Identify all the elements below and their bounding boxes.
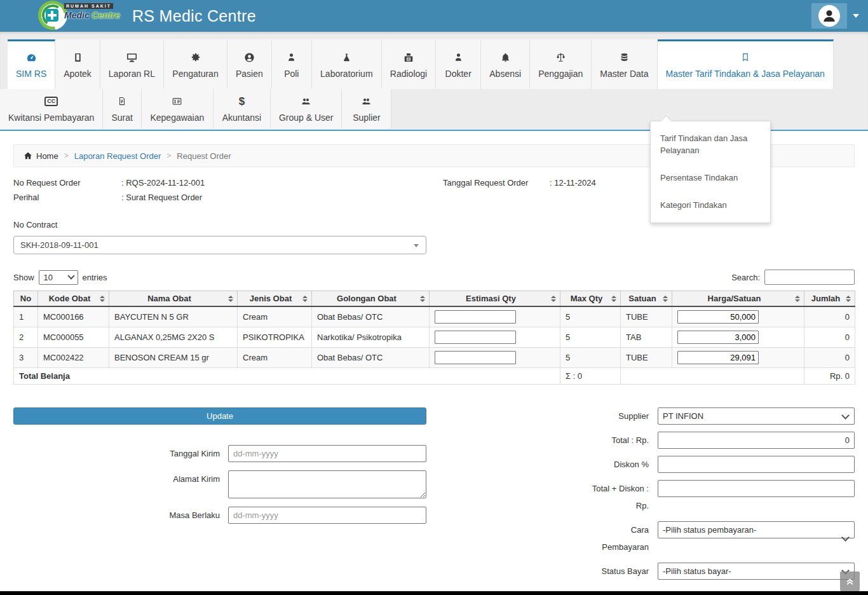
bookmark-icon [740,52,750,63]
table-row: 2 MC000055 ALGANAX 0,25MG 2X20 S PSIKOTR… [14,327,855,348]
search-input[interactable] [764,270,855,285]
fax-icon [403,52,414,63]
tab-laboratorium[interactable]: Laboratorium [312,39,382,89]
col-estimasi-qty[interactable]: Estimasi Qty [430,291,560,307]
tab-label: Laporan RL [109,69,155,79]
tab-label: Laboratorium [320,69,373,79]
supplier-select[interactable]: PT INFION [658,407,855,425]
tab-pasien[interactable]: Pasien [227,39,272,89]
status-bayar-label: Status Bayar [588,563,649,580]
no-contract-select[interactable]: SKH-2018-09-11-001 [13,236,426,254]
obat-table: No Kode Obat Nama Obat Jenis Obat Golong… [13,291,855,385]
tab-apotek[interactable]: Apotek [55,39,100,89]
tab-penggajian[interactable]: Penggajian [530,39,592,89]
caret-down-icon[interactable] [853,14,859,18]
tab-absensi[interactable]: Absensi [481,39,530,89]
total-diskon-label: Total + Diskon : Rp. [588,480,649,514]
app-window: RUMAH SAKIT Medic Centre RS Medic Centre [0,0,868,595]
caret-down-icon [414,244,419,247]
tab-poli[interactable]: Poli [272,39,312,89]
total-belanja-label: Total Belanja [14,368,560,385]
tab-kepegawaian[interactable]: Kepegawaian [142,89,214,130]
total-diskon-input[interactable] [658,480,855,497]
table-controls: Show 10 entries Search: [13,270,855,285]
tab-label: Dokter [445,69,471,79]
database-icon [619,52,630,63]
alamat-kirim-textarea[interactable] [228,470,426,498]
rupiah-total: Rp. 0 [804,368,855,385]
table-footer-row: Total Belanja Σ : 0 Rp. 0 [14,368,855,385]
tab-master-data[interactable]: Master Data [592,39,657,89]
estimasi-qty-input[interactable] [435,331,516,344]
total-rp-input[interactable] [658,432,855,449]
sort-icon [663,296,668,302]
bell-icon [500,52,511,63]
sort-icon [100,296,105,302]
sort-icon [795,296,800,302]
total-rp-label: Total : Rp. [588,432,649,449]
tab-label: Master Data [600,69,648,79]
cara-pembayaran-select[interactable]: -Pilih status pembayaran- [658,521,855,538]
breadcrumb-current: Request Order [177,151,231,161]
users-icon [361,96,372,107]
tablet-icon [72,52,83,63]
form-left: Update Tanggal Kirim Alamat Kirim Masa B… [13,407,426,524]
table-row: 3 MC002422 BENOSON CREAM 15 gr Cream Oba… [14,348,855,368]
tab-radiologi[interactable]: Radiologi [382,39,436,89]
home-icon [24,151,32,160]
col-kode-obat[interactable]: Kode Obat [38,291,109,307]
col-golongan-obat[interactable]: Golongan Obat [312,291,430,307]
sort-icon [302,296,308,302]
col-nama-obat[interactable]: Nama Obat [109,291,238,307]
tab-suplier[interactable]: Suplier [342,89,391,130]
tab-master-tarif[interactable]: Master Tarif Tindakan & Jasa Pelayanan [658,39,834,89]
user-md-icon [453,52,464,63]
diskon-input[interactable] [658,456,855,473]
tab-akuntansi[interactable]: $ Akuntansi [214,89,271,130]
dropdown-item-kategori-tindakan[interactable]: Kategori Tindakan [651,192,770,219]
search-label: Search: [731,273,760,282]
dropdown-item-persentase-tindakan[interactable]: Persentase Tindakan [651,165,770,192]
tab-label: Surat [111,113,132,123]
supplier-select-wrap: PT INFION [658,407,855,425]
status-bayar-select-wrap: -Pilih status bayar- [658,563,855,580]
breadcrumb-home[interactable]: Home [24,151,58,161]
tab-group-user[interactable]: Group & User [271,89,342,130]
user-menu[interactable] [811,3,859,29]
col-harga-satuan[interactable]: Harga/Satuan [672,291,804,307]
show-entries-select[interactable]: 10 [39,270,78,285]
logo-text-top: RUMAH SAKIT [64,3,113,9]
tab-pengaturan[interactable]: Pengaturan [164,39,227,89]
tanggal-kirim-input[interactable] [228,445,426,462]
info-right: Tanggal Request Order : 12-11-2024 [443,177,855,203]
tab-label: Akuntansi [222,113,261,123]
harga-satuan-input[interactable] [677,351,759,364]
show-entries-control: Show 10 entries [13,270,107,285]
harga-satuan-input[interactable] [677,310,759,324]
tab-label: Suplier [353,113,381,123]
tanggal-request-order-label: Tanggal Request Order [443,177,550,203]
col-jenis-obat[interactable]: Jenis Obat [238,291,312,307]
table-row: 1 MC000166 BAYCUTEN N 5 GR Cream Obat Be… [14,306,855,327]
dropdown-item-tarif-tindakan[interactable]: Tarif Tindakan dan Jasa Pelayanan [651,125,770,165]
col-jumlah[interactable]: Jumlah [804,291,855,307]
no-request-order-value: : RQS-2024-11-12-001 [121,177,443,189]
scroll-to-top-button[interactable] [840,571,860,591]
estimasi-qty-input[interactable] [435,310,516,324]
update-button[interactable]: Update [13,407,426,425]
breadcrumb-link-laporan[interactable]: Laporan Request Order [74,151,161,161]
estimasi-qty-input[interactable] [435,351,516,364]
tab-sim-rs[interactable]: SIM RS [8,39,55,89]
tab-kwitansi-pembayaran[interactable]: CC Kwitansi Pembayaran [0,89,103,130]
avatar[interactable] [811,3,847,29]
tab-dokter[interactable]: Dokter [436,39,481,89]
status-bayar-select[interactable]: -Pilih status bayar- [658,563,855,580]
harga-satuan-input[interactable] [677,331,759,344]
hospital-logo: RUMAH SAKIT Medic Centre [37,0,116,32]
col-satuan[interactable]: Satuan [621,291,672,307]
masa-berlaku-input[interactable] [228,507,426,524]
col-max-qty[interactable]: Max Qty [560,291,621,307]
tab-laporan-rl[interactable]: Laporan RL [100,39,164,89]
tab-surat[interactable]: Surat [103,89,141,130]
dollar-icon: $ [236,96,247,107]
